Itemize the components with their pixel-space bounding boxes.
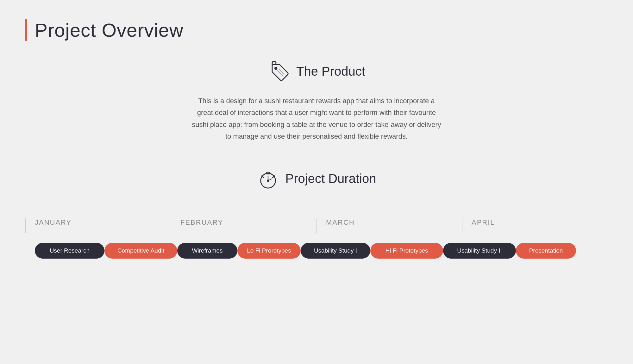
product-section-title: The Product (296, 64, 365, 78)
pill-presentation: Presentation (516, 243, 576, 259)
timeline-container: JANUARY FEBRUARY MARCH APRIL User Resear… (25, 218, 608, 268)
product-section-header: The Product (268, 60, 365, 82)
pill-lo-fi-prototypes: Lo Fi Prorotypes (237, 243, 301, 259)
product-section: The Product This is a design for a sushi… (25, 60, 608, 142)
duration-section-header: Project Duration (257, 168, 376, 190)
pill-wireframes: Wireframes (177, 243, 237, 259)
title-accent-bar (25, 19, 27, 41)
month-march: MARCH (316, 218, 462, 233)
page-title: Project Overview (35, 19, 183, 41)
svg-line-2 (279, 69, 284, 74)
pill-hi-fi-prototypes: Hi Fi Prototypes (370, 243, 443, 259)
pill-user-research: User Research (35, 243, 104, 259)
month-january: JANUARY (25, 218, 171, 233)
timeline-track: User Research Competitive Audit Wirefram… (25, 233, 608, 268)
month-april: APRIL (462, 218, 608, 233)
svg-line-8 (273, 176, 274, 178)
month-february: FEBRUARY (171, 218, 316, 233)
tag-icon (268, 60, 290, 82)
svg-point-0 (274, 67, 277, 70)
stopwatch-icon (257, 168, 279, 190)
pill-usability-study-1: Usability Study I (301, 243, 370, 259)
product-description: This is a design for a sushi restaurant … (190, 95, 443, 142)
pill-competitive-audit: Competitive Audit (104, 243, 177, 259)
pill-usability-study-2: Usability Study II (443, 243, 516, 259)
page-container: Project Overview The Product This is a d… (0, 0, 633, 364)
timeline-months: JANUARY FEBRUARY MARCH APRIL (25, 218, 608, 233)
svg-line-7 (262, 176, 264, 178)
svg-line-1 (277, 71, 282, 76)
duration-section-title: Project Duration (285, 172, 376, 186)
duration-section: Project Duration JANUARY FEBRUARY MARCH … (25, 168, 608, 268)
page-title-wrapper: Project Overview (25, 19, 608, 41)
